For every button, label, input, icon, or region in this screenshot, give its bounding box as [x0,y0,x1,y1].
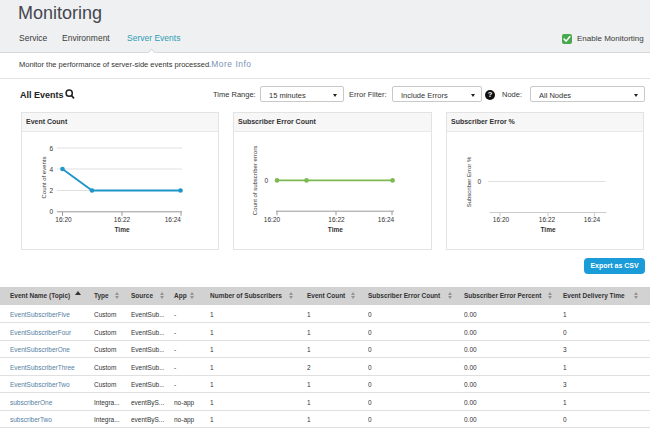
svg-text:16:24: 16:24 [584,216,601,223]
svg-text:Subscriber Error %: Subscriber Error % [466,156,472,207]
svg-text:16:22: 16:22 [114,216,131,223]
svg-text:2: 2 [49,187,53,194]
svg-text:0: 0 [264,177,268,184]
svg-text:16:22: 16:22 [328,216,345,223]
svg-text:16:24: 16:24 [378,216,395,223]
svg-text:16:20: 16:20 [264,216,281,223]
svg-text:Time: Time [540,226,555,233]
svg-text:0: 0 [477,178,481,185]
svg-text:6: 6 [49,145,53,152]
svg-text:16:20: 16:20 [493,216,510,223]
svg-text:Time: Time [114,226,129,233]
svg-text:Count of events: Count of events [41,156,47,198]
svg-text:16:20: 16:20 [55,216,72,223]
svg-text:0: 0 [49,208,53,215]
svg-text:Count of subscriber errors: Count of subscriber errors [252,146,258,215]
svg-text:4: 4 [49,166,53,173]
svg-text:Time: Time [328,226,343,233]
svg-text:16:22: 16:22 [539,216,556,223]
svg-text:16:24: 16:24 [165,216,182,223]
